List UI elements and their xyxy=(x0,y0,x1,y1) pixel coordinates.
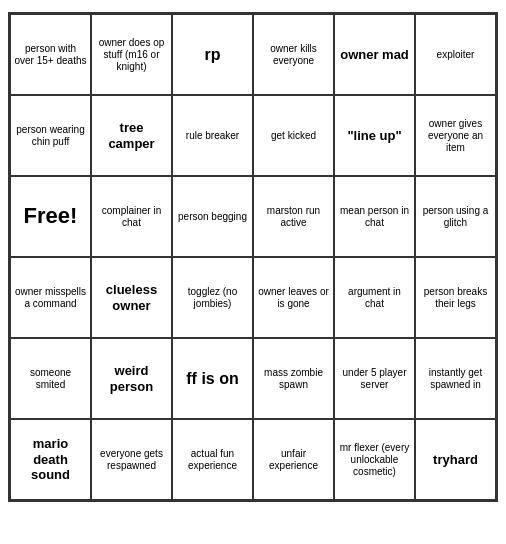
cell-r3-c4: argument in chat xyxy=(334,257,415,338)
cell-r4-c5: instantly get spawned in xyxy=(415,338,496,419)
cell-r1-c4: "line up" xyxy=(334,95,415,176)
cell-r3-c3: owner leaves or is gone xyxy=(253,257,334,338)
cell-r0-c2: rp xyxy=(172,14,253,95)
cell-r5-c4: mr flexer (every unlockable cosmetic) xyxy=(334,419,415,500)
cell-r4-c0: someone smited xyxy=(10,338,91,419)
cell-r1-c2: rule breaker xyxy=(172,95,253,176)
cell-r4-c4: under 5 player server xyxy=(334,338,415,419)
cell-r1-c1: tree camper xyxy=(91,95,172,176)
cell-r3-c1: clueless owner xyxy=(91,257,172,338)
cell-r3-c0: owner misspells a command xyxy=(10,257,91,338)
cell-r0-c3: owner kills everyone xyxy=(253,14,334,95)
cell-r3-c2: togglez (no jombies) xyxy=(172,257,253,338)
bingo-grid: person with over 15+ deathsowner does op… xyxy=(8,12,498,502)
cell-r5-c0: mario death sound xyxy=(10,419,91,500)
cell-r1-c0: person wearing chin puff xyxy=(10,95,91,176)
cell-r3-c5: person breaks their legs xyxy=(415,257,496,338)
bingo-title xyxy=(8,0,498,12)
cell-r4-c1: weird person xyxy=(91,338,172,419)
cell-r0-c0: person with over 15+ deaths xyxy=(10,14,91,95)
cell-r2-c4: mean person in chat xyxy=(334,176,415,257)
cell-r0-c4: owner mad xyxy=(334,14,415,95)
cell-r2-c5: person using a glitch xyxy=(415,176,496,257)
cell-r0-c1: owner does op stuff (m16 or knight) xyxy=(91,14,172,95)
cell-r4-c3: mass zombie spawn xyxy=(253,338,334,419)
cell-r2-c2: person begging xyxy=(172,176,253,257)
cell-r1-c5: owner gives everyone an item xyxy=(415,95,496,176)
cell-r2-c0: Free! xyxy=(10,176,91,257)
cell-r5-c5: tryhard xyxy=(415,419,496,500)
cell-r2-c3: marston run active xyxy=(253,176,334,257)
cell-r0-c5: exploiter xyxy=(415,14,496,95)
cell-r5-c2: actual fun experience xyxy=(172,419,253,500)
cell-r4-c2: ff is on xyxy=(172,338,253,419)
cell-r5-c3: unfair experience xyxy=(253,419,334,500)
cell-r2-c1: complainer in chat xyxy=(91,176,172,257)
cell-r1-c3: get kicked xyxy=(253,95,334,176)
cell-r5-c1: everyone gets respawned xyxy=(91,419,172,500)
